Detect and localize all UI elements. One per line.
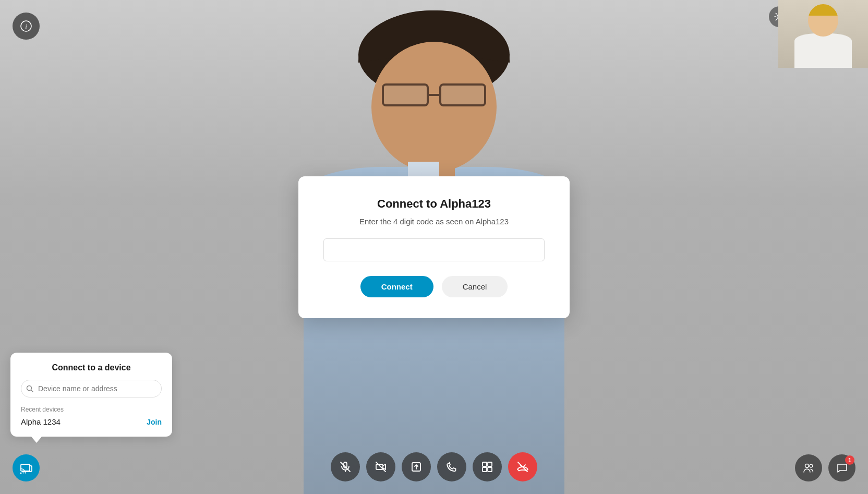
- phone-button[interactable]: [437, 452, 466, 481]
- join-button[interactable]: Join: [147, 418, 162, 426]
- participants-icon: [803, 462, 814, 474]
- svg-rect-4: [21, 464, 30, 471]
- cast-icon: [20, 462, 32, 474]
- connect-modal: Connect to Alpha123 Enter the 4 digit co…: [298, 176, 570, 318]
- svg-rect-10: [488, 462, 492, 466]
- share-icon: [411, 461, 422, 473]
- connect-button[interactable]: Connect: [360, 276, 433, 297]
- modal-title: Connect to Alpha123: [323, 197, 545, 211]
- svg-rect-11: [483, 467, 487, 472]
- bottom-right-controls: 1: [795, 454, 855, 481]
- search-wrapper: [21, 380, 162, 397]
- svg-point-13: [805, 464, 809, 468]
- cancel-button[interactable]: Cancel: [442, 276, 508, 297]
- recent-device-name: Alpha 1234: [21, 417, 61, 426]
- cast-button[interactable]: [13, 454, 40, 481]
- participants-button[interactable]: [795, 454, 822, 481]
- chat-badge: 1: [845, 455, 854, 465]
- video-off-icon: [375, 461, 387, 473]
- pin-code-input[interactable]: [323, 238, 545, 261]
- phone-icon: [446, 461, 457, 473]
- modal-actions: Connect Cancel: [323, 276, 545, 297]
- connect-device-panel: Connect to a device Recent devices Alpha…: [10, 353, 172, 437]
- self-view: [778, 0, 868, 68]
- svg-text:i: i: [25, 22, 27, 30]
- search-icon: [26, 385, 33, 392]
- recent-device-row: Alpha 1234 Join: [21, 417, 162, 426]
- device-search-input[interactable]: [21, 380, 162, 397]
- svg-point-14: [810, 464, 813, 467]
- svg-rect-9: [483, 462, 487, 466]
- chat-button[interactable]: 1: [828, 454, 855, 481]
- modal-subtitle: Enter the 4 digit code as seen on Alpha1…: [323, 217, 545, 226]
- end-call-button[interactable]: [508, 452, 537, 481]
- video-button[interactable]: [366, 452, 395, 481]
- svg-rect-12: [488, 467, 492, 472]
- share-button[interactable]: [402, 452, 431, 481]
- info-icon: i: [20, 20, 32, 32]
- mute-button[interactable]: [331, 452, 360, 481]
- recent-label: Recent devices: [21, 406, 162, 413]
- self-view-person: [778, 0, 868, 68]
- panel-title: Connect to a device: [21, 363, 162, 372]
- info-button[interactable]: i: [13, 13, 40, 40]
- grid-icon: [481, 461, 493, 473]
- svg-point-5: [20, 473, 22, 474]
- bottom-toolbar: [331, 452, 537, 481]
- chat-icon: [836, 462, 848, 474]
- end-call-icon: [516, 461, 529, 473]
- layout-button[interactable]: [473, 452, 502, 481]
- mic-off-icon: [340, 461, 351, 473]
